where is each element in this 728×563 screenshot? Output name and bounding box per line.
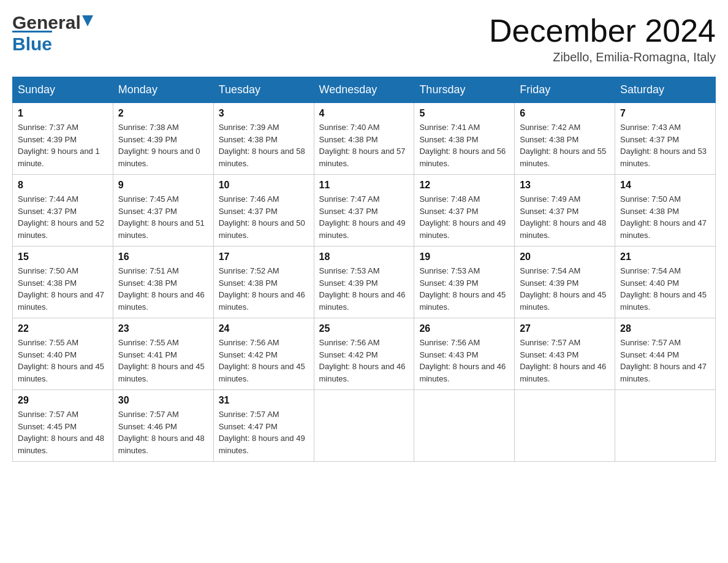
day-info: Sunrise: 7:56 AM Sunset: 4:42 PM Dayligh… xyxy=(219,337,309,385)
day-of-week-header: Sunday xyxy=(13,77,113,103)
day-number: 31 xyxy=(219,395,309,406)
day-info: Sunrise: 7:50 AM Sunset: 4:38 PM Dayligh… xyxy=(620,193,710,241)
day-number: 28 xyxy=(620,323,710,334)
day-info: Sunrise: 7:37 AM Sunset: 4:39 PM Dayligh… xyxy=(18,121,108,169)
calendar-day-cell: 21 Sunrise: 7:54 AM Sunset: 4:40 PM Dayl… xyxy=(615,247,716,318)
calendar-week-row: 22 Sunrise: 7:55 AM Sunset: 4:40 PM Dayl… xyxy=(13,318,716,390)
day-number: 24 xyxy=(219,323,309,334)
day-info: Sunrise: 7:45 AM Sunset: 4:37 PM Dayligh… xyxy=(118,193,208,241)
day-info: Sunrise: 7:53 AM Sunset: 4:39 PM Dayligh… xyxy=(419,265,509,313)
day-info: Sunrise: 7:55 AM Sunset: 4:41 PM Dayligh… xyxy=(118,337,208,385)
calendar-week-row: 15 Sunrise: 7:50 AM Sunset: 4:38 PM Dayl… xyxy=(13,247,716,318)
day-info: Sunrise: 7:55 AM Sunset: 4:40 PM Dayligh… xyxy=(18,337,108,385)
calendar-subtitle: Zibello, Emilia-Romagna, Italy xyxy=(489,50,716,64)
calendar-day-cell: 12 Sunrise: 7:48 AM Sunset: 4:37 PM Dayl… xyxy=(414,175,515,247)
calendar-table: SundayMondayTuesdayWednesdayThursdayFrid… xyxy=(12,77,716,462)
calendar-day-cell xyxy=(414,390,515,462)
day-info: Sunrise: 7:57 AM Sunset: 4:46 PM Dayligh… xyxy=(118,408,208,456)
day-info: Sunrise: 7:50 AM Sunset: 4:38 PM Dayligh… xyxy=(18,265,108,313)
day-info: Sunrise: 7:57 AM Sunset: 4:44 PM Dayligh… xyxy=(620,337,710,385)
day-number: 15 xyxy=(18,251,108,262)
day-number: 17 xyxy=(219,251,309,262)
day-number: 25 xyxy=(319,323,409,334)
day-number: 18 xyxy=(319,251,409,262)
title-section: December 2024 Zibello, Emilia-Romagna, I… xyxy=(489,12,716,64)
calendar-day-cell: 9 Sunrise: 7:45 AM Sunset: 4:37 PM Dayli… xyxy=(113,175,213,247)
day-of-week-header: Saturday xyxy=(615,77,716,103)
day-info: Sunrise: 7:51 AM Sunset: 4:38 PM Dayligh… xyxy=(118,265,208,313)
day-number: 26 xyxy=(419,323,509,334)
calendar-day-cell: 28 Sunrise: 7:57 AM Sunset: 4:44 PM Dayl… xyxy=(615,318,716,390)
calendar-day-cell: 2 Sunrise: 7:38 AM Sunset: 4:39 PM Dayli… xyxy=(113,103,213,175)
day-of-week-header: Tuesday xyxy=(213,77,314,103)
calendar-day-cell: 19 Sunrise: 7:53 AM Sunset: 4:39 PM Dayl… xyxy=(414,247,515,318)
svg-marker-0 xyxy=(82,15,93,26)
calendar-day-cell xyxy=(615,390,716,462)
calendar-day-cell: 22 Sunrise: 7:55 AM Sunset: 4:40 PM Dayl… xyxy=(13,318,113,390)
logo-triangle-icon xyxy=(82,15,93,29)
calendar-day-cell: 29 Sunrise: 7:57 AM Sunset: 4:45 PM Dayl… xyxy=(13,390,113,462)
day-number: 6 xyxy=(520,108,610,119)
calendar-week-row: 1 Sunrise: 7:37 AM Sunset: 4:39 PM Dayli… xyxy=(13,103,716,175)
day-info: Sunrise: 7:42 AM Sunset: 4:38 PM Dayligh… xyxy=(520,121,610,169)
day-info: Sunrise: 7:57 AM Sunset: 4:47 PM Dayligh… xyxy=(219,408,309,456)
calendar-day-cell: 15 Sunrise: 7:50 AM Sunset: 4:38 PM Dayl… xyxy=(13,247,113,318)
day-of-week-header: Thursday xyxy=(414,77,515,103)
day-info: Sunrise: 7:47 AM Sunset: 4:37 PM Dayligh… xyxy=(319,193,409,241)
calendar-day-cell: 11 Sunrise: 7:47 AM Sunset: 4:37 PM Dayl… xyxy=(314,175,414,247)
day-number: 10 xyxy=(219,180,309,191)
day-number: 30 xyxy=(118,395,208,406)
calendar-day-cell: 31 Sunrise: 7:57 AM Sunset: 4:47 PM Dayl… xyxy=(213,390,314,462)
day-info: Sunrise: 7:40 AM Sunset: 4:38 PM Dayligh… xyxy=(319,121,409,169)
calendar-day-cell: 16 Sunrise: 7:51 AM Sunset: 4:38 PM Dayl… xyxy=(113,247,213,318)
calendar-day-cell: 17 Sunrise: 7:52 AM Sunset: 4:38 PM Dayl… xyxy=(213,247,314,318)
day-info: Sunrise: 7:52 AM Sunset: 4:38 PM Dayligh… xyxy=(219,265,309,313)
day-info: Sunrise: 7:57 AM Sunset: 4:45 PM Dayligh… xyxy=(18,408,108,456)
day-number: 12 xyxy=(419,180,509,191)
calendar-day-cell: 24 Sunrise: 7:56 AM Sunset: 4:42 PM Dayl… xyxy=(213,318,314,390)
logo: General Blue xyxy=(12,12,93,55)
day-of-week-header: Friday xyxy=(515,77,615,103)
calendar-day-cell: 4 Sunrise: 7:40 AM Sunset: 4:38 PM Dayli… xyxy=(314,103,414,175)
calendar-day-cell: 20 Sunrise: 7:54 AM Sunset: 4:39 PM Dayl… xyxy=(515,247,615,318)
day-number: 7 xyxy=(620,108,710,119)
day-info: Sunrise: 7:57 AM Sunset: 4:43 PM Dayligh… xyxy=(520,337,610,385)
calendar-header-row: SundayMondayTuesdayWednesdayThursdayFrid… xyxy=(13,77,716,103)
day-number: 13 xyxy=(520,180,610,191)
day-info: Sunrise: 7:41 AM Sunset: 4:38 PM Dayligh… xyxy=(419,121,509,169)
day-info: Sunrise: 7:44 AM Sunset: 4:37 PM Dayligh… xyxy=(18,193,108,241)
day-number: 8 xyxy=(18,180,108,191)
calendar-day-cell: 27 Sunrise: 7:57 AM Sunset: 4:43 PM Dayl… xyxy=(515,318,615,390)
calendar-day-cell: 5 Sunrise: 7:41 AM Sunset: 4:38 PM Dayli… xyxy=(414,103,515,175)
logo-general-text: General xyxy=(12,12,81,33)
day-of-week-header: Monday xyxy=(113,77,213,103)
day-number: 23 xyxy=(118,323,208,334)
calendar-week-row: 29 Sunrise: 7:57 AM Sunset: 4:45 PM Dayl… xyxy=(13,390,716,462)
day-info: Sunrise: 7:54 AM Sunset: 4:39 PM Dayligh… xyxy=(520,265,610,313)
day-info: Sunrise: 7:54 AM Sunset: 4:40 PM Dayligh… xyxy=(620,265,710,313)
calendar-day-cell: 30 Sunrise: 7:57 AM Sunset: 4:46 PM Dayl… xyxy=(113,390,213,462)
day-number: 1 xyxy=(18,108,108,119)
calendar-day-cell: 26 Sunrise: 7:56 AM Sunset: 4:43 PM Dayl… xyxy=(414,318,515,390)
day-info: Sunrise: 7:56 AM Sunset: 4:43 PM Dayligh… xyxy=(419,337,509,385)
day-info: Sunrise: 7:56 AM Sunset: 4:42 PM Dayligh… xyxy=(319,337,409,385)
day-number: 5 xyxy=(419,108,509,119)
day-info: Sunrise: 7:43 AM Sunset: 4:37 PM Dayligh… xyxy=(620,121,710,169)
day-info: Sunrise: 7:48 AM Sunset: 4:37 PM Dayligh… xyxy=(419,193,509,241)
calendar-day-cell: 13 Sunrise: 7:49 AM Sunset: 4:37 PM Dayl… xyxy=(515,175,615,247)
calendar-day-cell: 14 Sunrise: 7:50 AM Sunset: 4:38 PM Dayl… xyxy=(615,175,716,247)
calendar-day-cell xyxy=(515,390,615,462)
day-number: 29 xyxy=(18,395,108,406)
day-of-week-header: Wednesday xyxy=(314,77,414,103)
day-number: 16 xyxy=(118,251,208,262)
day-number: 22 xyxy=(18,323,108,334)
day-number: 14 xyxy=(620,180,710,191)
day-number: 11 xyxy=(319,180,409,191)
day-info: Sunrise: 7:53 AM Sunset: 4:39 PM Dayligh… xyxy=(319,265,409,313)
day-number: 2 xyxy=(118,108,208,119)
day-number: 27 xyxy=(520,323,610,334)
day-number: 4 xyxy=(319,108,409,119)
day-info: Sunrise: 7:38 AM Sunset: 4:39 PM Dayligh… xyxy=(118,121,208,169)
calendar-day-cell xyxy=(314,390,414,462)
day-info: Sunrise: 7:39 AM Sunset: 4:38 PM Dayligh… xyxy=(219,121,309,169)
